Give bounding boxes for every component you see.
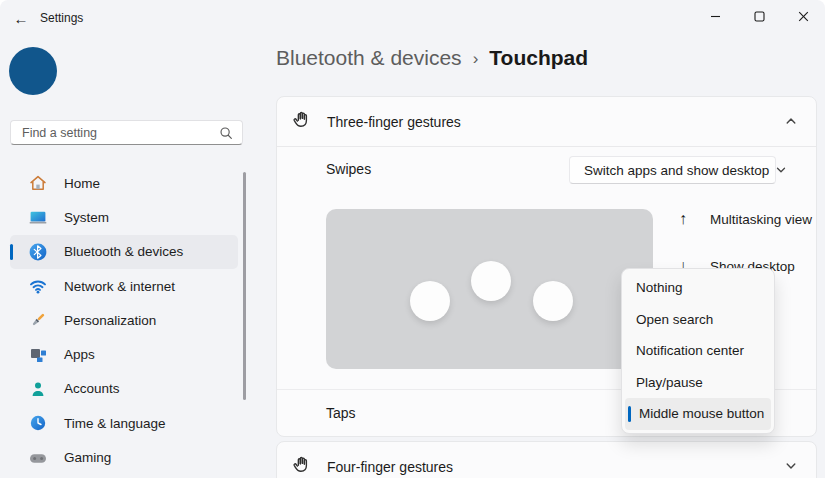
apps-icon — [28, 345, 48, 365]
minimize-icon — [708, 9, 723, 24]
sidebar-item-label: Accounts — [64, 381, 120, 396]
sidebar-item-home[interactable]: Home — [10, 166, 238, 200]
window-controls — [693, 0, 825, 36]
sidebar-nav: Home System Bluetooth & devices Network … — [10, 166, 238, 475]
breadcrumb-separator-icon: › — [473, 47, 479, 69]
up-arrow-icon: ↑ — [679, 210, 701, 228]
home-icon — [28, 173, 48, 193]
sidebar-item-bluetooth-devices[interactable]: Bluetooth & devices — [10, 235, 238, 269]
maximize-button[interactable] — [737, 0, 781, 32]
hand-gesture-icon — [291, 454, 313, 478]
sidebar-item-label: Personalization — [64, 313, 156, 328]
swipes-dropdown-value: Switch apps and show desktop — [584, 163, 769, 178]
sidebar-item-label: Gaming — [64, 450, 111, 465]
search-icon — [218, 125, 234, 145]
network-icon — [28, 276, 48, 296]
finger-dot — [471, 261, 511, 301]
sidebar-item-gaming[interactable]: Gaming — [10, 440, 238, 474]
selected-indicator — [10, 244, 13, 260]
chevron-down-icon — [775, 164, 787, 176]
accounts-icon — [28, 379, 48, 399]
hand-gesture-icon — [291, 109, 313, 135]
breadcrumb: Bluetooth & devices › Touchpad — [276, 46, 588, 70]
section-title: Four-finger gestures — [327, 459, 453, 475]
breadcrumb-parent[interactable]: Bluetooth & devices — [276, 46, 462, 70]
sidebar-item-system[interactable]: System — [10, 200, 238, 234]
menu-item-play-pause[interactable]: Play/pause — [622, 367, 774, 399]
menu-item-middle-mouse-button[interactable]: Middle mouse button — [625, 398, 771, 430]
finger-dot — [410, 281, 450, 321]
sidebar-item-label: Bluetooth & devices — [64, 244, 183, 259]
bluetooth-icon — [28, 242, 48, 262]
taps-label: Taps — [326, 405, 356, 421]
three-finger-gestures-header[interactable]: Three-finger gestures — [277, 97, 816, 147]
sidebar-item-time-language[interactable]: Time & language — [10, 406, 238, 440]
section-title: Three-finger gestures — [327, 114, 461, 130]
gaming-icon — [28, 448, 48, 468]
maximize-icon — [752, 9, 767, 24]
touchpad-illustration — [326, 209, 653, 369]
settings-window: ← Settings Home — [0, 0, 825, 478]
system-icon — [28, 207, 48, 227]
close-icon — [796, 9, 811, 24]
menu-item-label: Middle mouse button — [639, 406, 764, 421]
sidebar-item-label: Network & internet — [64, 279, 175, 294]
four-finger-gestures-header[interactable]: Four-finger gestures — [277, 442, 816, 478]
chevron-up-icon[interactable] — [784, 114, 798, 132]
page-title: Touchpad — [489, 46, 588, 70]
personalization-icon — [28, 310, 48, 330]
window-title: Settings — [40, 11, 83, 25]
sidebar-item-network-internet[interactable]: Network & internet — [10, 269, 238, 303]
chevron-down-icon[interactable] — [784, 459, 798, 477]
menu-item-notification-center[interactable]: Notification center — [622, 335, 774, 367]
sidebar-item-apps[interactable]: Apps — [10, 337, 238, 371]
time-language-icon — [28, 413, 48, 433]
minimize-button[interactable] — [693, 0, 737, 32]
menu-item-nothing[interactable]: Nothing — [622, 272, 774, 304]
sidebar-item-label: Time & language — [64, 416, 166, 431]
user-avatar[interactable] — [9, 47, 57, 95]
swipe-action-up: ↑ Multitasking view — [679, 210, 812, 228]
sidebar-item-label: Home — [64, 176, 100, 191]
sidebar-item-accounts[interactable]: Accounts — [10, 372, 238, 406]
finger-dot — [533, 281, 573, 321]
sidebar-item-personalization[interactable]: Personalization — [10, 303, 238, 337]
taps-dropdown-menu: Nothing Open search Notification center … — [621, 268, 775, 434]
swipe-action-label: Multitasking view — [710, 212, 812, 227]
titlebar: ← Settings — [0, 0, 825, 36]
sidebar-item-label: Apps — [64, 347, 95, 362]
back-button[interactable]: ← — [8, 5, 34, 31]
four-finger-gestures-card: Four-finger gestures — [276, 441, 817, 478]
selected-indicator — [628, 406, 631, 422]
close-button[interactable] — [781, 0, 825, 32]
search-input[interactable] — [11, 121, 242, 144]
sidebar-item-label: System — [64, 210, 109, 225]
sidebar-scrollbar[interactable] — [243, 172, 246, 400]
back-arrow-icon: ← — [14, 10, 29, 27]
swipes-dropdown[interactable]: Switch apps and show desktop — [569, 156, 776, 184]
swipes-label: Swipes — [326, 161, 371, 177]
search-box — [10, 120, 243, 145]
menu-item-open-search[interactable]: Open search — [622, 304, 774, 336]
